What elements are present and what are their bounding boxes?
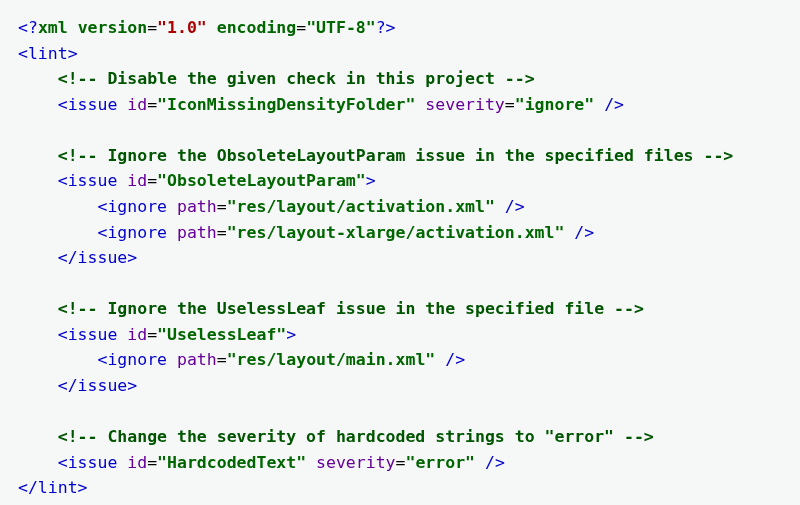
self-close: /> (495, 197, 525, 216)
id-attr: id (127, 171, 147, 190)
ignore-tag: <ignore (97, 223, 167, 242)
issue2-id: "ObsoleteLayoutParam" (157, 171, 366, 190)
xml-decl-open: <? (18, 18, 38, 37)
path-attr: path (177, 223, 217, 242)
self-close: /> (564, 223, 594, 242)
tag-close: > (366, 171, 376, 190)
id-attr: id (127, 95, 147, 114)
ignore-tag: <ignore (97, 350, 167, 369)
comment-3: <!-- Ignore the UselessLeaf issue in the… (58, 299, 644, 318)
issue2-tag: <issue (58, 171, 118, 190)
version-attr: version (78, 18, 148, 37)
issue1-tag: <issue (58, 95, 118, 114)
issue-close: </issue> (58, 248, 137, 267)
encoding-val: "UTF-8" (306, 18, 376, 37)
self-close: /> (594, 95, 624, 114)
self-close: /> (475, 453, 505, 472)
code-block: <?xml version="1.0" encoding="UTF-8"?> <… (18, 15, 782, 501)
lint-close: </lint> (18, 478, 88, 497)
xml-decl-name: xml (38, 18, 68, 37)
version-val: "1.0" (157, 18, 207, 37)
comment-2: <!-- Ignore the ObsoleteLayoutParam issu… (58, 146, 734, 165)
severity-attr: severity (425, 95, 504, 114)
comment-4: <!-- Change the severity of hardcoded st… (58, 427, 654, 446)
issue3-tag: <issue (58, 325, 118, 344)
ignore2b-val: "res/layout-xlarge/activation.xml" (227, 223, 565, 242)
issue4-tag: <issue (58, 453, 118, 472)
id-attr: id (127, 453, 147, 472)
encoding-attr: encoding (217, 18, 296, 37)
id-attr: id (127, 325, 147, 344)
issue1-sev: "ignore" (515, 95, 594, 114)
lint-open: <lint> (18, 44, 78, 63)
path-attr: path (177, 350, 217, 369)
issue1-id: "IconMissingDensityFolder" (157, 95, 415, 114)
issue3-id: "UselessLeaf" (157, 325, 286, 344)
self-close: /> (435, 350, 465, 369)
ignore2a-val: "res/layout/activation.xml" (227, 197, 495, 216)
issue4-id: "HardcodedText" (157, 453, 306, 472)
xml-decl-close: ?> (376, 18, 396, 37)
issue-close: </issue> (58, 376, 137, 395)
severity-attr: severity (316, 453, 395, 472)
ignore3-val: "res/layout/main.xml" (227, 350, 436, 369)
comment-1: <!-- Disable the given check in this pro… (58, 69, 535, 88)
path-attr: path (177, 197, 217, 216)
issue4-sev: "error" (405, 453, 475, 472)
tag-close: > (286, 325, 296, 344)
ignore-tag: <ignore (97, 197, 167, 216)
